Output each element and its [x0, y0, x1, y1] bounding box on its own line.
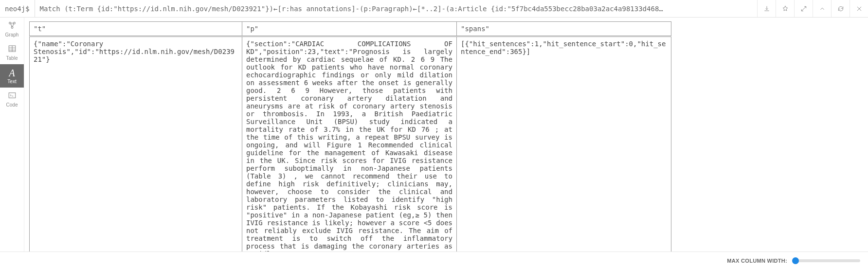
- pin-button[interactable]: [776, 0, 794, 17]
- slider-thumb[interactable]: [792, 257, 799, 264]
- graph-icon: [8, 21, 17, 31]
- pin-icon: [782, 5, 789, 12]
- query-text[interactable]: Match (t:Term {id:"https://id.nlm.nih.go…: [35, 5, 757, 13]
- table-icon: [8, 44, 17, 54]
- svg-rect-4: [9, 93, 16, 98]
- expand-icon: [800, 5, 807, 12]
- download-button[interactable]: [757, 0, 776, 17]
- prompt-label: neo4j$: [0, 0, 35, 17]
- cell-spans[interactable]: [{"hit_sentences":1,"hit_sentence_start"…: [456, 36, 671, 252]
- download-icon: [763, 5, 770, 12]
- result-body: Graph Table A Text Code: [0, 18, 868, 251]
- close-icon: [856, 5, 863, 12]
- close-button[interactable]: [850, 0, 868, 17]
- result-panel: "t" "p" "spans" {"name":"Coronary Stenos…: [24, 18, 868, 251]
- collapse-up-button[interactable]: [813, 0, 831, 17]
- code-icon: [8, 91, 17, 101]
- svg-point-2: [11, 27, 13, 29]
- sidebar-item-label: Code: [6, 102, 18, 108]
- top-actions: [757, 0, 868, 17]
- column-header-t[interactable]: "t": [30, 22, 242, 36]
- expand-button[interactable]: [794, 0, 813, 17]
- max-column-width-slider[interactable]: [792, 259, 860, 262]
- sidebar-item-graph[interactable]: Graph: [0, 18, 24, 41]
- text-icon: A: [9, 68, 15, 78]
- bottom-bar: MAX COLUMN WIDTH:: [0, 251, 868, 269]
- sidebar-item-label: Graph: [5, 32, 19, 37]
- refresh-icon: [837, 5, 844, 12]
- chevron-up-icon: [819, 5, 826, 12]
- slider-label: MAX COLUMN WIDTH:: [727, 258, 787, 264]
- slider-track: [792, 259, 860, 262]
- cell-t[interactable]: {"name":"Coronary Stenosis","id":"https:…: [30, 36, 242, 252]
- result-table: "t" "p" "spans" {"name":"Coronary Stenos…: [29, 21, 671, 251]
- table-row: {"name":"Coronary Stenosis","id":"https:…: [30, 36, 671, 252]
- column-header-spans[interactable]: "spans": [456, 22, 671, 36]
- sidebar-item-label: Text: [7, 79, 16, 84]
- cell-p[interactable]: {"section":"CARDIAC COMPLICATIONS OF KD"…: [242, 36, 456, 252]
- column-header-p[interactable]: "p": [242, 22, 456, 36]
- editor-topbar: neo4j$ Match (t:Term {id:"https://id.nlm…: [0, 0, 868, 18]
- sidebar-item-text[interactable]: A Text: [0, 64, 24, 88]
- table-header-row: "t" "p" "spans": [30, 22, 671, 36]
- refresh-button[interactable]: [831, 0, 850, 17]
- sidebar-item-table[interactable]: Table: [0, 41, 24, 64]
- sidebar-item-label: Table: [6, 55, 18, 61]
- sidebar-item-code[interactable]: Code: [0, 88, 24, 111]
- view-sidebar: Graph Table A Text Code: [0, 18, 24, 251]
